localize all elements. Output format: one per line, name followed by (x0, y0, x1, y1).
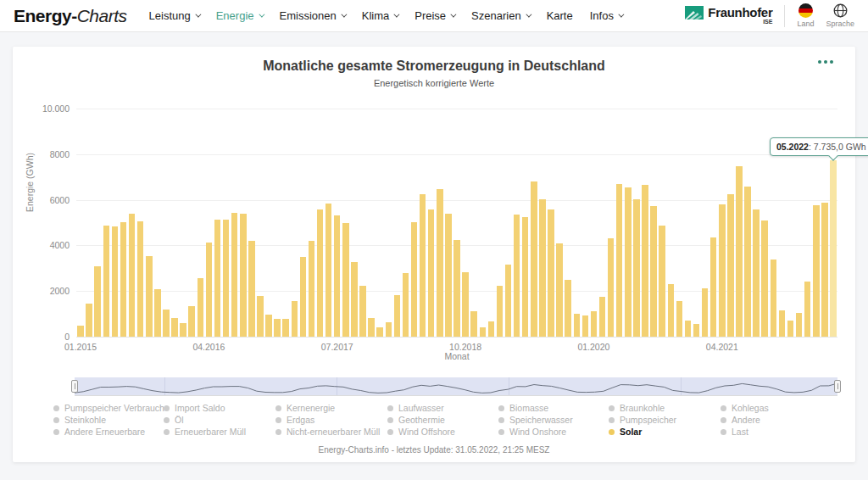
bar-12.2021[interactable] (787, 321, 794, 337)
country-selector-button[interactable]: Land (797, 3, 814, 28)
bar-12.2020[interactable] (685, 321, 692, 337)
bar-01.2021[interactable] (693, 324, 700, 337)
chart-options-menu-icon[interactable] (818, 60, 833, 64)
bar-05.2019[interactable] (522, 217, 529, 337)
bar-12.2017[interactable] (376, 327, 383, 337)
bar-11.2018[interactable] (470, 311, 477, 337)
bar-07.2020[interactable] (642, 185, 648, 337)
bar-12.2016[interactable] (274, 319, 281, 337)
bar-02.2017[interactable] (292, 301, 298, 337)
bar-12.2019[interactable] (582, 315, 589, 337)
bar-02.2019[interactable] (497, 286, 504, 337)
bar-11.2015[interactable] (163, 310, 170, 337)
range-navigator[interactable] (75, 377, 837, 396)
bar-06.2018[interactable] (428, 209, 435, 337)
legend-item-erdgas[interactable]: Erdgas (275, 416, 380, 426)
bar-03.2022[interactable] (813, 205, 820, 338)
bar-02.2022[interactable] (804, 282, 811, 337)
bar-05.2015[interactable] (112, 226, 119, 337)
legend-item-pumpspeicher[interactable]: Pumpspeicher (609, 416, 676, 426)
bar-04.2021[interactable] (719, 204, 726, 337)
fraunhofer-ise-logo[interactable]: Fraunhofer ISE (685, 6, 772, 25)
bar-04.2020[interactable] (616, 184, 623, 337)
legend-item-last[interactable]: Last (721, 427, 769, 438)
bar-12.2015[interactable] (171, 318, 178, 338)
bar-11.2021[interactable] (779, 310, 786, 337)
bar-05.2018[interactable] (420, 194, 426, 337)
bar-06.2016[interactable] (223, 220, 230, 337)
bar-02.2021[interactable] (702, 288, 709, 337)
menu-item-karte[interactable]: Karte (547, 9, 573, 22)
bar-10.2019[interactable] (565, 280, 571, 337)
bar-10.2018[interactable] (462, 272, 469, 337)
legend-item-wind-onshore[interactable]: Wind Onshore (498, 427, 573, 438)
bar-07.2017[interactable] (334, 215, 341, 337)
legend-item-kohlegas[interactable]: Kohlegas (721, 404, 769, 414)
legend-item-nicht-erneuerbarer-mull[interactable]: Nicht-erneuerbarer Müll (275, 427, 380, 438)
bar-03.2015[interactable] (94, 266, 101, 337)
bar-09.2019[interactable] (556, 243, 563, 337)
legend-item-andere[interactable]: Andere (721, 416, 769, 426)
bar-01.2017[interactable] (282, 319, 289, 337)
bar-04.2022[interactable] (821, 203, 828, 337)
bar-01.2018[interactable] (386, 322, 392, 337)
bar-06.2021[interactable] (736, 166, 743, 337)
bar-02.2016[interactable] (188, 306, 195, 337)
bar-07.2021[interactable] (744, 187, 751, 337)
legend-item-braunkohle[interactable]: Braunkohle (609, 404, 676, 414)
bar-09.2021[interactable] (761, 220, 768, 337)
legend-item-erneuerbarer-mull[interactable]: Erneuerbarer Müll (164, 427, 246, 438)
energy-charts-logo[interactable]: Energy-Charts (14, 6, 127, 26)
bar-06.2015[interactable] (120, 222, 127, 337)
bar-05.2022[interactable] (830, 160, 837, 337)
menu-item-leistung[interactable]: Leistung (149, 9, 199, 22)
legend-item-pumpspeicher-verbrauch[interactable]: Pumpspeicher Verbrauch (53, 404, 164, 414)
bar-08.2017[interactable] (342, 223, 349, 338)
bar-08.2015[interactable] (137, 221, 144, 337)
bar-01.2019[interactable] (488, 321, 495, 337)
bar-11.2019[interactable] (574, 314, 581, 337)
bar-03.2016[interactable] (198, 278, 204, 337)
bar-07.2018[interactable] (437, 189, 443, 337)
bar-08.2018[interactable] (445, 214, 452, 337)
bar-04.2016[interactable] (206, 243, 213, 337)
bar-03.2021[interactable] (710, 237, 717, 337)
bar-03.2019[interactable] (505, 265, 512, 337)
legend-item-biomasse[interactable]: Biomasse (498, 404, 573, 414)
bar-07.2015[interactable] (129, 214, 136, 338)
bar-11.2017[interactable] (368, 318, 375, 337)
menu-item-emissionen[interactable]: Emissionen (280, 9, 345, 22)
bar-10.2017[interactable] (359, 286, 366, 338)
legend-item-wind-offshore[interactable]: Wind Offshore (387, 427, 455, 438)
bar-09.2018[interactable] (453, 240, 460, 337)
legend-item-steinkohle[interactable]: Steinkohle (53, 416, 164, 426)
legend-item-laufwasser[interactable]: Laufwasser (387, 404, 455, 414)
bar-01.2020[interactable] (591, 311, 598, 337)
bar-01.2022[interactable] (796, 313, 803, 337)
bar-08.2016[interactable] (240, 214, 247, 337)
bar-03.2020[interactable] (608, 238, 615, 337)
bar-09.2020[interactable] (659, 226, 665, 337)
legend-item-ol[interactable]: Öl (164, 416, 246, 426)
menu-item-szenarien[interactable]: Szenarien (471, 9, 530, 22)
bar-05.2017[interactable] (317, 209, 324, 337)
bar-02.2020[interactable] (599, 297, 606, 337)
bar-02.2015[interactable] (86, 304, 92, 337)
bar-07.2016[interactable] (231, 213, 238, 337)
bar-04.2018[interactable] (411, 222, 418, 337)
bar-10.2015[interactable] (154, 289, 161, 338)
bar-01.2015[interactable] (77, 326, 84, 338)
menu-item-infos[interactable]: Infos (590, 9, 622, 22)
menu-item-klima[interactable]: Klima (362, 9, 398, 22)
navigator-left-handle[interactable] (71, 380, 78, 393)
bar-10.2020[interactable] (668, 284, 675, 337)
bar-06.2020[interactable] (633, 199, 640, 337)
bar-08.2019[interactable] (548, 209, 554, 337)
legend-item-speicherwasser[interactable]: Speicherwasser (498, 416, 573, 426)
bar-03.2018[interactable] (403, 273, 409, 337)
legend-item-andere-erneuerbare[interactable]: Andere Erneuerbare (53, 427, 164, 438)
bar-05.2020[interactable] (625, 187, 632, 337)
bar-11.2020[interactable] (676, 301, 683, 338)
legend-item-geothermie[interactable]: Geothermie (387, 416, 455, 426)
bar-04.2019[interactable] (514, 215, 520, 337)
